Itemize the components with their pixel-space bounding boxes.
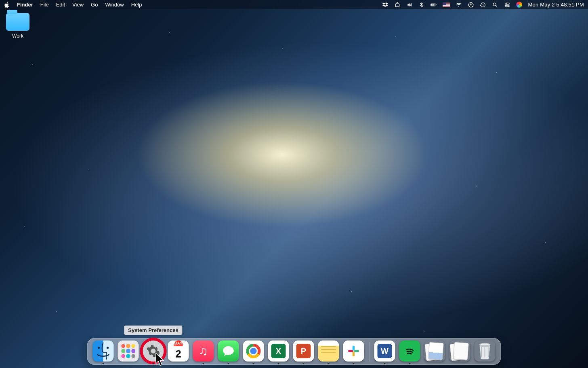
dock-tooltip: System Preferences: [124, 326, 182, 335]
dock-app-launchpad[interactable]: [118, 341, 139, 362]
dock-stack-jpg[interactable]: [424, 341, 445, 362]
siri-icon[interactable]: [516, 2, 523, 8]
messages-icon: [222, 345, 235, 357]
control-center-icon[interactable]: [504, 2, 510, 8]
word-icon: W: [378, 344, 392, 358]
desktop-folder-label: Work: [5, 33, 31, 39]
dock-app-finder[interactable]: [93, 341, 114, 362]
dock-separator: [369, 342, 370, 362]
bluetooth-icon[interactable]: [418, 2, 425, 8]
dock-app-notes[interactable]: [318, 341, 339, 362]
dock-app-powerpoint[interactable]: P: [293, 341, 314, 362]
volume-icon[interactable]: [406, 2, 413, 8]
svg-rect-16: [353, 351, 355, 356]
svg-rect-8: [505, 3, 509, 4]
gear-icon: [146, 344, 161, 358]
slack-icon: [347, 345, 360, 357]
svg-rect-14: [353, 346, 355, 351]
folder-icon: [6, 13, 29, 31]
excel-icon: X: [271, 344, 286, 358]
svg-point-12: [98, 347, 100, 349]
music-icon: ♫: [199, 344, 208, 358]
menu-window[interactable]: Window: [105, 2, 124, 8]
launchpad-icon: [122, 344, 135, 358]
menu-go[interactable]: Go: [91, 2, 98, 8]
calendar-month-label: MAY: [174, 341, 183, 346]
svg-point-5: [470, 3, 472, 5]
dropbox-icon[interactable]: [382, 2, 388, 8]
dock-app-messages[interactable]: [218, 341, 239, 362]
chrome-icon: [246, 344, 261, 358]
menubar-left: Finder File Edit View Go Window Help: [4, 2, 142, 8]
menu-view[interactable]: View: [72, 2, 84, 8]
toolbox-icon[interactable]: [394, 2, 401, 8]
svg-point-11: [508, 5, 508, 6]
spotify-icon: [404, 345, 416, 357]
powerpoint-icon: P: [296, 344, 311, 358]
trash-icon: [476, 341, 494, 361]
desktop-folder-work[interactable]: Work: [5, 13, 31, 39]
dock-app-word[interactable]: W: [374, 341, 395, 362]
menubar-clock[interactable]: Mon May 2 5:48:51 PM: [528, 2, 584, 8]
flag-us-icon[interactable]: [443, 2, 450, 8]
dock-trash[interactable]: [475, 341, 496, 362]
svg-point-9: [506, 3, 506, 4]
stack-icon: [426, 342, 444, 360]
timemachine-icon[interactable]: [480, 2, 486, 8]
dock-app-system-preferences[interactable]: System Preferences: [143, 341, 164, 362]
dock-stack-documents[interactable]: [449, 341, 470, 362]
dock-container: System Preferences MAY 2 ♫ X P: [87, 338, 501, 365]
svg-point-13: [107, 347, 109, 349]
stack-icon: [451, 342, 469, 360]
dock-app-calendar[interactable]: MAY 2: [168, 341, 189, 362]
menubar-app-name[interactable]: Finder: [17, 2, 33, 8]
menubar-status-area: Mon May 2 5:48:51 PM: [382, 2, 584, 8]
dock-app-chrome[interactable]: [243, 341, 264, 362]
svg-rect-17: [348, 350, 353, 352]
svg-rect-10: [505, 5, 509, 7]
dock-app-excel[interactable]: X: [268, 341, 289, 362]
svg-rect-2: [436, 4, 436, 5]
finder-icon: [93, 341, 114, 362]
menu-file[interactable]: File: [40, 2, 49, 8]
wifi-icon[interactable]: [456, 2, 462, 8]
battery-icon[interactable]: [430, 2, 437, 8]
dock-app-spotify[interactable]: [399, 341, 420, 362]
menu-edit[interactable]: Edit: [56, 2, 65, 8]
dock-app-slack[interactable]: [343, 341, 364, 362]
svg-point-7: [493, 3, 496, 6]
calendar-day-label: 2: [175, 346, 181, 362]
dock-app-music[interactable]: ♫: [193, 341, 214, 362]
menubar: Finder File Edit View Go Window Help Mon…: [0, 0, 588, 9]
spotlight-icon[interactable]: [492, 2, 498, 8]
menu-help[interactable]: Help: [131, 2, 142, 8]
apple-menu[interactable]: [4, 2, 10, 8]
dock: System Preferences MAY 2 ♫ X P: [87, 338, 501, 365]
svg-rect-15: [354, 350, 359, 352]
user-icon[interactable]: [468, 2, 474, 8]
svg-rect-0: [395, 4, 399, 7]
